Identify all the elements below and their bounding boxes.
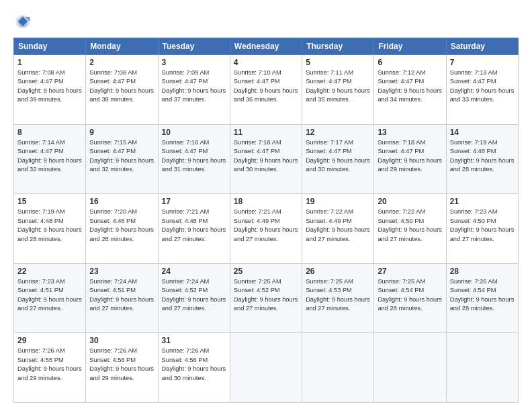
col-header-sunday: Sunday — [14, 38, 86, 55]
day-cell: 14 Sunrise: 7:19 AMSunset: 4:48 PMDaylig… — [446, 124, 518, 194]
day-info: Sunrise: 7:13 AMSunset: 4:47 PMDaylight:… — [450, 68, 515, 105]
day-number: 22 — [17, 267, 82, 276]
day-number: 28 — [450, 267, 515, 276]
day-info: Sunrise: 7:22 AMSunset: 4:50 PMDaylight:… — [378, 208, 442, 244]
day-info: Sunrise: 7:08 AMSunset: 4:47 PMDaylight:… — [89, 68, 154, 105]
day-number: 8 — [17, 128, 82, 137]
day-info: Sunrise: 7:24 AMSunset: 4:51 PMDaylight:… — [89, 277, 154, 314]
day-number: 17 — [162, 197, 226, 206]
day-info: Sunrise: 7:17 AMSunset: 4:47 PMDaylight:… — [306, 138, 370, 175]
day-cell: 19 Sunrise: 7:22 AMSunset: 4:49 PMDaylig… — [302, 194, 374, 264]
day-cell — [374, 333, 446, 403]
day-number: 26 — [306, 267, 370, 276]
day-number: 5 — [306, 58, 370, 67]
day-number: 3 — [162, 58, 226, 67]
calendar-table: SundayMondayTuesdayWednesdayThursdayFrid… — [13, 38, 519, 403]
day-number: 29 — [17, 336, 82, 345]
day-info: Sunrise: 7:14 AMSunset: 4:47 PMDaylight:… — [17, 138, 82, 175]
logo — [13, 12, 35, 31]
col-header-monday: Monday — [86, 38, 158, 55]
day-cell: 16 Sunrise: 7:20 AMSunset: 4:48 PMDaylig… — [86, 194, 158, 264]
col-header-wednesday: Wednesday — [230, 38, 302, 55]
day-number: 6 — [378, 58, 442, 67]
day-cell: 23 Sunrise: 7:24 AMSunset: 4:51 PMDaylig… — [86, 263, 158, 333]
header — [13, 12, 519, 31]
day-info: Sunrise: 7:16 AMSunset: 4:47 PMDaylight:… — [234, 138, 298, 175]
day-number: 16 — [89, 197, 154, 206]
day-cell: 29 Sunrise: 7:26 AMSunset: 4:55 PMDaylig… — [14, 333, 86, 403]
day-cell: 4 Sunrise: 7:10 AMSunset: 4:47 PMDayligh… — [230, 55, 302, 125]
day-cell: 31 Sunrise: 7:26 AMSunset: 4:56 PMDaylig… — [158, 333, 230, 403]
page: SundayMondayTuesdayWednesdayThursdayFrid… — [0, 0, 532, 411]
day-info: Sunrise: 7:19 AMSunset: 4:48 PMDaylight:… — [17, 208, 82, 244]
week-row-1: 1 Sunrise: 7:08 AMSunset: 4:47 PMDayligh… — [14, 55, 519, 125]
day-cell: 27 Sunrise: 7:25 AMSunset: 4:54 PMDaylig… — [374, 263, 446, 333]
day-cell: 1 Sunrise: 7:08 AMSunset: 4:47 PMDayligh… — [14, 55, 86, 125]
day-info: Sunrise: 7:16 AMSunset: 4:47 PMDaylight:… — [162, 138, 226, 175]
day-info: Sunrise: 7:15 AMSunset: 4:47 PMDaylight:… — [89, 138, 154, 175]
day-number: 19 — [306, 197, 370, 206]
day-cell — [230, 333, 302, 403]
day-info: Sunrise: 7:19 AMSunset: 4:48 PMDaylight:… — [450, 138, 515, 175]
day-info: Sunrise: 7:11 AMSunset: 4:47 PMDaylight:… — [306, 68, 370, 105]
col-header-friday: Friday — [374, 38, 446, 55]
day-info: Sunrise: 7:26 AMSunset: 4:56 PMDaylight:… — [162, 347, 226, 383]
day-cell: 6 Sunrise: 7:12 AMSunset: 4:47 PMDayligh… — [374, 55, 446, 125]
day-cell: 26 Sunrise: 7:25 AMSunset: 4:53 PMDaylig… — [302, 263, 374, 333]
day-number: 24 — [162, 267, 226, 276]
day-number: 30 — [89, 336, 154, 345]
day-cell: 17 Sunrise: 7:21 AMSunset: 4:48 PMDaylig… — [158, 194, 230, 264]
day-info: Sunrise: 7:21 AMSunset: 4:49 PMDaylight:… — [234, 208, 298, 244]
day-cell: 10 Sunrise: 7:16 AMSunset: 4:47 PMDaylig… — [158, 124, 230, 194]
week-row-4: 22 Sunrise: 7:23 AMSunset: 4:51 PMDaylig… — [14, 263, 519, 333]
col-header-tuesday: Tuesday — [158, 38, 230, 55]
day-cell: 24 Sunrise: 7:24 AMSunset: 4:52 PMDaylig… — [158, 263, 230, 333]
day-info: Sunrise: 7:21 AMSunset: 4:48 PMDaylight:… — [162, 208, 226, 244]
day-number: 23 — [89, 267, 154, 276]
day-info: Sunrise: 7:26 AMSunset: 4:54 PMDaylight:… — [450, 277, 515, 314]
day-info: Sunrise: 7:22 AMSunset: 4:49 PMDaylight:… — [306, 208, 370, 244]
day-info: Sunrise: 7:08 AMSunset: 4:47 PMDaylight:… — [17, 68, 82, 105]
day-cell: 11 Sunrise: 7:16 AMSunset: 4:47 PMDaylig… — [230, 124, 302, 194]
day-cell: 2 Sunrise: 7:08 AMSunset: 4:47 PMDayligh… — [86, 55, 158, 125]
day-info: Sunrise: 7:10 AMSunset: 4:47 PMDaylight:… — [234, 68, 298, 105]
day-number: 2 — [89, 58, 154, 67]
logo-icon — [13, 12, 32, 31]
day-info: Sunrise: 7:24 AMSunset: 4:52 PMDaylight:… — [162, 277, 226, 314]
day-number: 27 — [378, 267, 442, 276]
day-number: 11 — [234, 128, 298, 137]
day-cell: 22 Sunrise: 7:23 AMSunset: 4:51 PMDaylig… — [14, 263, 86, 333]
day-cell: 25 Sunrise: 7:25 AMSunset: 4:52 PMDaylig… — [230, 263, 302, 333]
day-info: Sunrise: 7:23 AMSunset: 4:50 PMDaylight:… — [450, 208, 515, 244]
day-number: 15 — [17, 197, 82, 206]
day-cell — [446, 333, 518, 403]
day-info: Sunrise: 7:26 AMSunset: 4:55 PMDaylight:… — [17, 347, 82, 383]
day-info: Sunrise: 7:20 AMSunset: 4:48 PMDaylight:… — [89, 208, 154, 244]
day-number: 10 — [162, 128, 226, 137]
day-cell — [302, 333, 374, 403]
day-number: 20 — [378, 197, 442, 206]
day-number: 31 — [162, 336, 226, 345]
day-number: 12 — [306, 128, 370, 137]
day-number: 18 — [234, 197, 298, 206]
day-number: 1 — [17, 58, 82, 67]
day-number: 14 — [450, 128, 515, 137]
week-row-3: 15 Sunrise: 7:19 AMSunset: 4:48 PMDaylig… — [14, 194, 519, 264]
day-number: 25 — [234, 267, 298, 276]
calendar-header-row: SundayMondayTuesdayWednesdayThursdayFrid… — [14, 38, 519, 55]
day-number: 7 — [450, 58, 515, 67]
day-info: Sunrise: 7:25 AMSunset: 4:54 PMDaylight:… — [378, 277, 442, 314]
day-cell: 21 Sunrise: 7:23 AMSunset: 4:50 PMDaylig… — [446, 194, 518, 264]
day-cell: 30 Sunrise: 7:26 AMSunset: 4:56 PMDaylig… — [86, 333, 158, 403]
week-row-2: 8 Sunrise: 7:14 AMSunset: 4:47 PMDayligh… — [14, 124, 519, 194]
day-number: 21 — [450, 197, 515, 206]
day-info: Sunrise: 7:18 AMSunset: 4:47 PMDaylight:… — [378, 138, 442, 175]
col-header-thursday: Thursday — [302, 38, 374, 55]
day-info: Sunrise: 7:25 AMSunset: 4:53 PMDaylight:… — [306, 277, 370, 314]
week-row-5: 29 Sunrise: 7:26 AMSunset: 4:55 PMDaylig… — [14, 333, 519, 403]
day-cell: 12 Sunrise: 7:17 AMSunset: 4:47 PMDaylig… — [302, 124, 374, 194]
day-cell: 20 Sunrise: 7:22 AMSunset: 4:50 PMDaylig… — [374, 194, 446, 264]
day-info: Sunrise: 7:25 AMSunset: 4:52 PMDaylight:… — [234, 277, 298, 314]
day-number: 9 — [89, 128, 154, 137]
day-cell: 15 Sunrise: 7:19 AMSunset: 4:48 PMDaylig… — [14, 194, 86, 264]
